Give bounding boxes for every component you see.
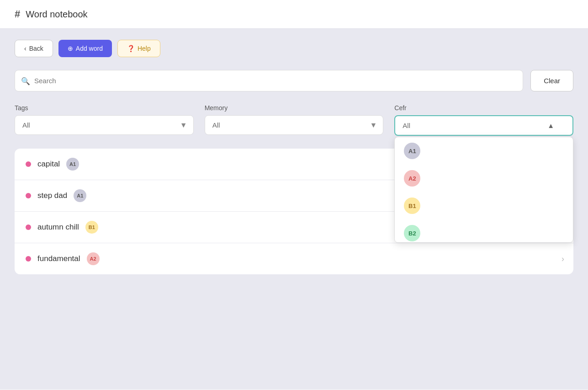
word-dot [26,224,31,230]
word-text: autumn chill [37,223,79,232]
add-word-button[interactable]: ⊕ Add word [58,40,112,57]
clear-button[interactable]: Clear [530,70,573,91]
word-text: step dad [37,191,67,200]
memory-select-wrapper: All ▼ [205,115,384,135]
memory-label: Memory [205,104,384,112]
cefr-dropdown-inner: A1 A2 B1 B2 C1 [395,137,573,242]
back-label: Back [29,45,43,52]
cefr-option-a2[interactable]: A2 [395,165,573,192]
tags-select-wrapper: All ▼ [15,115,194,135]
word-item-fundamental[interactable]: fundamental A2 › [15,243,573,274]
word-badge-b1: B1 [85,221,98,234]
cefr-option-a1[interactable]: A1 [395,137,573,165]
page-header: # Word notebook [0,0,588,29]
chevron-left-icon: ‹ [24,45,26,52]
back-button[interactable]: ‹ Back [15,40,53,57]
cefr-option-b1[interactable]: B1 [395,192,573,219]
help-button[interactable]: ❓ Help [117,40,160,57]
cefr-chevron-up-icon: ▲ [547,122,554,129]
cefr-filter-group: Cefr All ▲ A1 A2 B1 B2 [394,104,573,136]
memory-filter-group: Memory All ▼ [205,104,384,136]
tags-filter-group: Tags All ▼ [15,104,194,136]
word-text: fundamental [37,254,80,263]
main-content: ‹ Back ⊕ Add word ❓ Help 🔍 Clear Tags Al… [0,29,588,389]
cefr-badge-a2: A2 [404,170,420,187]
add-word-label: Add word [76,45,103,52]
plus-circle-icon: ⊕ [68,45,73,52]
help-label: Help [138,45,151,52]
cefr-badge-b2: B2 [404,225,420,241]
word-text: capital [37,160,60,169]
cefr-option-b2[interactable]: B2 [395,219,573,242]
tags-label: Tags [15,104,194,112]
cefr-label: Cefr [394,104,573,112]
word-badge-a1: A1 [66,158,79,171]
cefr-select-box[interactable]: All ▲ [394,115,573,136]
word-dot [26,256,31,262]
cefr-badge-a1: A1 [404,143,420,159]
word-badge-a2: A2 [87,252,100,265]
cefr-dropdown: A1 A2 B1 B2 C1 [394,137,573,243]
memory-select[interactable]: All [205,115,384,135]
hash-icon: # [15,8,20,20]
filters-row: Tags All ▼ Memory All ▼ Cefr All [15,104,573,136]
search-input[interactable] [15,70,523,91]
search-icon: 🔍 [21,76,30,85]
word-dot [26,193,31,198]
word-badge-a1: A1 [74,189,86,202]
page-title: Word notebook [26,9,87,20]
chevron-right-icon: › [562,254,564,264]
cefr-badge-b1: B1 [404,198,420,214]
help-circle-icon: ❓ [127,45,135,52]
tags-select[interactable]: All [15,115,194,135]
search-wrapper: 🔍 [15,70,523,91]
cefr-selected-value: All [403,122,410,129]
word-dot [26,161,31,167]
search-row: 🔍 Clear [15,70,573,91]
toolbar: ‹ Back ⊕ Add word ❓ Help [15,40,573,57]
